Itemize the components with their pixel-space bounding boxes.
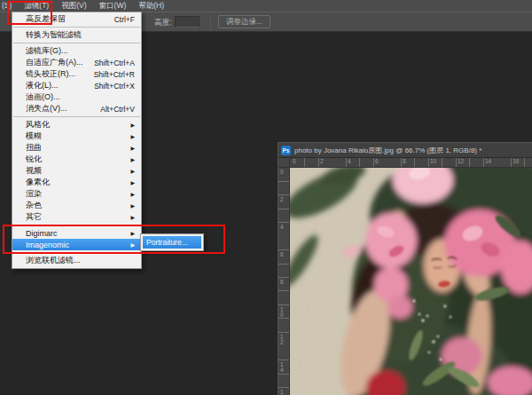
ruler-v-label: 12 — [280, 335, 286, 345]
ruler-h-label: 14 — [485, 158, 491, 164]
filter-menu-item-convert-for-smart-filters[interactable]: 转换为智能滤镜 — [12, 29, 141, 41]
ruler-h-label: 0 — [293, 158, 296, 164]
ruler-h-label: 12 — [458, 158, 464, 164]
ruler-h-label: 16 — [512, 158, 519, 164]
menu-item-label: 高反差保留 — [26, 13, 66, 25]
filter-menu-item-lens-correction[interactable]: 镜头校正(R)...Shift+Ctrl+R — [12, 68, 141, 80]
menu-separator — [13, 252, 140, 253]
menu-item-label: 镜头校正(R)... — [26, 68, 75, 80]
menu-item-label: 自适应广角(A)... — [26, 57, 83, 68]
menubar-item-window[interactable]: 窗口(W) — [93, 0, 133, 12]
menu-item-label: 浏览联机滤镜... — [26, 255, 81, 266]
height-label: 高度: — [154, 18, 171, 28]
options-divider — [210, 15, 211, 29]
filter-menu-item-video[interactable]: 视频▶ — [12, 165, 141, 177]
menu-item-label: 扭曲 — [26, 142, 42, 154]
ruler-corner — [278, 158, 290, 168]
ruler-v-label: 2 — [280, 197, 286, 202]
filter-menu-item-other[interactable]: 其它▶ — [12, 211, 141, 223]
menu-item-shortcut: Shift+Ctrl+A — [94, 59, 135, 67]
menubar-item-help[interactable]: 帮助(H) — [132, 0, 170, 12]
menu-item-label: 转换为智能滤镜 — [26, 29, 82, 41]
document-title: photo by Jovana Rikalo原图.jpg @ 66.7% (图层… — [294, 146, 481, 155]
ruler-v-label: 14 — [280, 362, 286, 373]
menu-separator — [13, 225, 140, 225]
ruler-v-label: 4 — [280, 225, 286, 230]
submenu-arrow-icon: ▶ — [130, 202, 135, 209]
menu-item-label: 视频 — [26, 165, 42, 177]
filter-menu-item-adaptive-wide-angle[interactable]: 自适应广角(A)...Shift+Ctrl+A — [12, 57, 141, 68]
vertical-ruler[interactable]: 0246810121416 — [278, 168, 290, 395]
photoshop-file-icon: Ps — [281, 146, 291, 155]
ruler-h-label: 10 — [430, 158, 436, 164]
document-title-bar[interactable]: Ps photo by Jovana Rikalo原图.jpg @ 66.7% … — [278, 143, 532, 158]
menu-separator — [13, 43, 140, 43]
menu-item-label: 像素化 — [26, 177, 50, 188]
photo-canvas[interactable] — [290, 168, 532, 395]
filter-menu-item-render[interactable]: 渲染▶ — [12, 188, 141, 200]
height-input[interactable] — [175, 16, 200, 28]
filter-menu-item-liquify[interactable]: 液化(L)...Shift+Ctrl+X — [12, 80, 141, 91]
menu-item-label: 其它 — [26, 211, 42, 223]
refine-edge-button[interactable]: 调整边缘... — [218, 15, 270, 28]
menu-item-shortcut: Alt+Ctrl+V — [100, 105, 135, 114]
filter-menu-item-digimarc[interactable]: Digimarc▶ — [12, 227, 141, 239]
menu-bar: (S)滤镜(T)视图(V)窗口(W)帮助(H) — [0, 0, 532, 12]
filter-menu-item-oil-paint[interactable]: 油画(O)... — [12, 91, 141, 103]
ruler-h-label: 6 — [375, 158, 379, 164]
menu-item-label: 液化(L)... — [26, 80, 59, 91]
filter-menu-item-imagenomic[interactable]: Imagenomic▶ — [12, 239, 141, 250]
menu-item-label: 模糊 — [26, 130, 42, 142]
menu-item-shortcut: Shift+Ctrl+X — [94, 82, 135, 91]
filter-menu-item-noise[interactable]: 杂色▶ — [12, 200, 141, 211]
submenu-item-portraiture[interactable]: Portraiture... — [143, 236, 201, 249]
ruler-h-label: 8 — [403, 158, 406, 164]
menubar-item-filter[interactable]: 滤镜(T) — [18, 0, 55, 12]
menu-item-label: Digimarc — [26, 229, 58, 238]
portraiture-submenu: Portraiture... — [140, 233, 204, 251]
ruler-v-label: 6 — [280, 252, 286, 257]
menubar-item-select[interactable]: (S) — [0, 0, 18, 12]
submenu-arrow-icon: ▶ — [130, 133, 135, 139]
menu-item-shortcut: Shift+Ctrl+R — [94, 70, 135, 79]
document-window: Ps photo by Jovana Rikalo原图.jpg @ 66.7% … — [278, 142, 532, 395]
filter-menu-item-high-pass[interactable]: 高反差保留Ctrl+F — [12, 13, 141, 25]
menu-item-label: Imagenomic — [26, 241, 69, 249]
ruler-v-label: 16 — [280, 390, 286, 395]
menu-item-label: 渲染 — [26, 188, 42, 200]
menu-item-label: 滤镜库(G)... — [26, 45, 68, 57]
filter-menu-item-browse-filters-online[interactable]: 浏览联机滤镜... — [12, 255, 141, 266]
ruler-h-label: 2 — [320, 158, 324, 164]
filter-menu-item-stylize[interactable]: 风格化▶ — [12, 119, 141, 130]
ruler-v-label: 8 — [280, 280, 286, 285]
filter-menu-item-blur[interactable]: 模糊▶ — [12, 130, 141, 142]
menu-item-label: 油画(O)... — [26, 91, 60, 103]
menu-separator — [13, 27, 140, 28]
menu-item-label: 锐化 — [26, 154, 42, 165]
submenu-arrow-icon: ▶ — [130, 145, 135, 151]
submenu-arrow-icon: ▶ — [130, 179, 135, 186]
horizontal-ruler[interactable]: 0246810121416 — [290, 158, 532, 168]
submenu-arrow-icon: ▶ — [130, 156, 135, 162]
filter-menu-item-pixelate[interactable]: 像素化▶ — [12, 177, 141, 188]
submenu-arrow-icon: ▶ — [130, 191, 135, 197]
filter-dropdown-menu: 高反差保留Ctrl+F转换为智能滤镜滤镜库(G)...自适应广角(A)...Sh… — [12, 12, 142, 269]
menu-separator — [13, 116, 140, 117]
ruler-v-label: 0 — [280, 170, 286, 175]
menu-item-label: 风格化 — [26, 119, 50, 130]
submenu-arrow-icon: ▶ — [130, 122, 135, 128]
filter-menu-item-sharpen[interactable]: 锐化▶ — [12, 154, 141, 165]
filter-menu-item-filter-gallery[interactable]: 滤镜库(G)... — [12, 45, 141, 57]
submenu-arrow-icon: ▶ — [130, 168, 135, 174]
submenu-arrow-icon: ▶ — [130, 230, 135, 236]
submenu-arrow-icon: ▶ — [130, 214, 135, 220]
photoshop-app: { "colors": { "annotation_red": "#e8120e… — [0, 0, 532, 395]
menu-item-label: 消失点(V)... — [26, 103, 67, 115]
menu-item-label: 杂色 — [26, 200, 42, 211]
menu-item-shortcut: Ctrl+F — [114, 15, 135, 24]
menubar-item-view[interactable]: 视图(V) — [55, 0, 92, 12]
filter-menu-item-vanishing-point[interactable]: 消失点(V)...Alt+Ctrl+V — [12, 103, 141, 115]
filter-menu-item-distort[interactable]: 扭曲▶ — [12, 142, 141, 154]
ruler-v-label: 10 — [280, 307, 286, 318]
submenu-arrow-icon: ▶ — [130, 241, 135, 248]
